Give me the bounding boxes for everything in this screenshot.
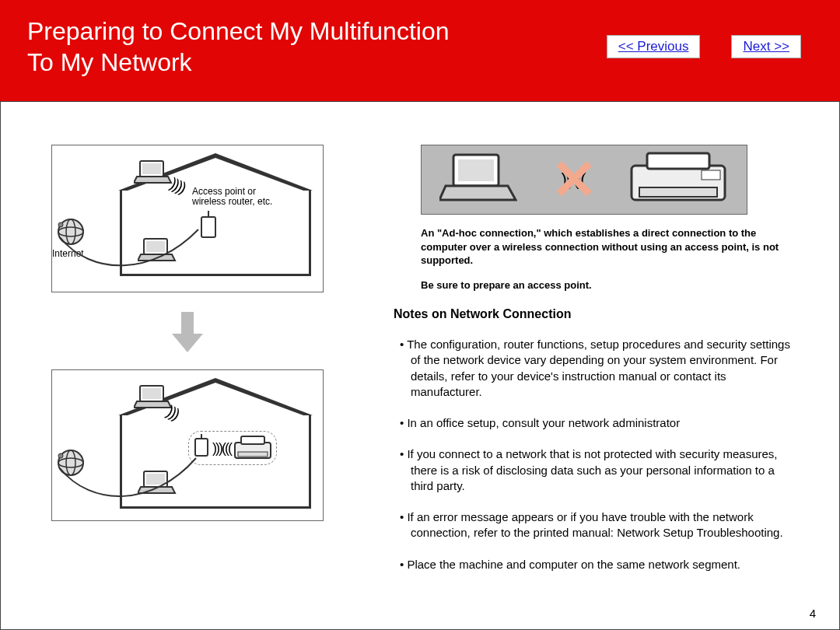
title-line-2: To My Network bbox=[27, 47, 449, 78]
access-point-icon bbox=[198, 211, 219, 243]
right-text-column: ))) ((( ✕ An "Ad-hoc connection," which … bbox=[394, 145, 812, 614]
access-point-label: Access point or wireless router, etc. bbox=[192, 187, 272, 207]
house-icon: Access point or wireless router, etc. ))… bbox=[118, 153, 313, 276]
svg-rect-16 bbox=[142, 388, 161, 399]
svg-rect-22 bbox=[241, 436, 264, 444]
svg-point-3 bbox=[58, 222, 63, 227]
no-connection-icon: ))) ((( ✕ bbox=[537, 156, 607, 203]
previous-button[interactable]: << Previous bbox=[607, 35, 701, 58]
adhoc-warning-text: An "Ad-hoc connection," which establishe… bbox=[421, 226, 796, 292]
svg-rect-27 bbox=[647, 153, 709, 169]
arrow-down-icon bbox=[168, 312, 207, 358]
svg-rect-23 bbox=[238, 452, 268, 457]
laptop-icon bbox=[439, 152, 517, 208]
page-title: Preparing to Connect My Multifunction To… bbox=[27, 16, 449, 78]
adhoc-para-1: An "Ad-hoc connection," which establishe… bbox=[421, 226, 796, 268]
notes-heading: Notes on Network Connection bbox=[394, 307, 796, 321]
list-item: If you connect to a network that is not … bbox=[394, 446, 796, 494]
laptop-icon bbox=[134, 159, 173, 186]
svg-rect-29 bbox=[702, 170, 720, 180]
content-area: Internet Access point or wireless router… bbox=[0, 101, 840, 630]
printer-icon bbox=[233, 435, 272, 461]
cable-icon bbox=[60, 229, 200, 268]
next-button[interactable]: Next >> bbox=[731, 35, 801, 58]
adhoc-not-supported-figure: ))) ((( ✕ bbox=[421, 145, 747, 215]
printer-icon bbox=[628, 150, 729, 209]
left-diagram-column: Internet Access point or wireless router… bbox=[44, 145, 331, 614]
network-diagram-after: ))) )))((( bbox=[51, 369, 324, 521]
svg-rect-8 bbox=[201, 217, 215, 237]
notes-list: The configuration, router functions, set… bbox=[394, 337, 796, 572]
adhoc-para-2: Be sure to prepare an access point. bbox=[421, 278, 796, 292]
list-item: In an office setup, consult your network… bbox=[394, 415, 796, 431]
list-item: The configuration, router functions, set… bbox=[394, 337, 796, 400]
house-icon: ))) )))((( bbox=[118, 378, 313, 509]
svg-rect-10 bbox=[181, 312, 194, 334]
svg-rect-19 bbox=[195, 439, 208, 456]
page-number: 4 bbox=[810, 607, 816, 620]
svg-rect-5 bbox=[142, 163, 161, 174]
title-line-1: Preparing to Connect My Multifunction bbox=[27, 16, 449, 47]
header-bar: Preparing to Connect My Multifunction To… bbox=[0, 0, 840, 101]
laptop-icon bbox=[134, 384, 173, 411]
list-item: Place the machine and computer on the sa… bbox=[394, 557, 796, 572]
svg-rect-25 bbox=[458, 159, 494, 181]
wifi-signal-icon: )))((( bbox=[212, 440, 231, 457]
svg-rect-28 bbox=[639, 187, 717, 197]
cable-icon bbox=[60, 460, 200, 499]
nav-buttons: << Previous Next >> bbox=[607, 35, 801, 58]
network-diagram-before: Internet Access point or wireless router… bbox=[51, 145, 324, 292]
list-item: If an error message appears or if you ha… bbox=[394, 509, 796, 541]
svg-point-14 bbox=[58, 453, 63, 458]
printer-group-icon: )))((( bbox=[188, 431, 277, 465]
